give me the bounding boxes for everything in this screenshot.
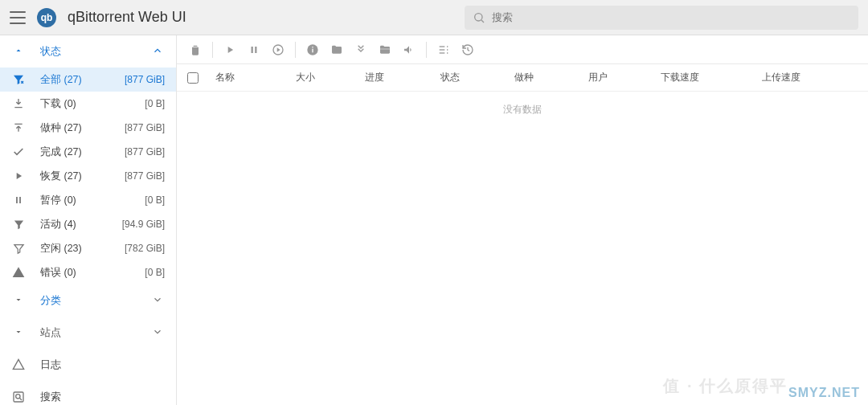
pause-icon xyxy=(11,193,26,207)
alert-icon xyxy=(11,265,26,280)
sidebar-filter-label: 活动 (4) xyxy=(40,218,108,231)
column-ulspeed[interactable]: 上传速度 xyxy=(755,71,852,84)
content: 名称 大小 进度 状态 做种 用户 下载速度 上传速度 没有数据 xyxy=(177,35,868,405)
sidebar-filter-size: [877 GiB] xyxy=(125,146,165,158)
check-icon xyxy=(11,145,26,159)
sidebar-nav-log[interactable]: 日志 xyxy=(0,349,176,381)
svg-rect-10 xyxy=(312,48,313,52)
sidebar-filter-label: 错误 (0) xyxy=(40,266,130,280)
sidebar-filter-size: [877 GiB] xyxy=(125,122,165,133)
delete-button[interactable] xyxy=(185,39,206,60)
sidebar-filter-size: [877 GiB] xyxy=(125,74,165,85)
recheck-button[interactable] xyxy=(350,39,371,60)
sidebar-filter-size: [94.9 GiB] xyxy=(122,219,165,230)
svg-rect-11 xyxy=(312,47,313,47)
search-icon xyxy=(473,11,485,24)
sidebar-filter-label: 下载 (0) xyxy=(40,97,130,111)
sidebar-section-label: 状态 xyxy=(40,44,137,59)
svg-rect-2 xyxy=(14,392,23,402)
column-status[interactable]: 状态 xyxy=(434,71,508,84)
filter-icon xyxy=(11,72,26,87)
caret-down-icon xyxy=(11,295,26,307)
column-seeds[interactable]: 做种 xyxy=(508,71,582,84)
select-all-checkbox[interactable] xyxy=(177,72,209,84)
svg-point-3 xyxy=(16,395,20,399)
column-name[interactable]: 名称 xyxy=(209,71,289,84)
chevron-down-icon xyxy=(152,294,165,308)
sidebar-filter-alert[interactable]: 错误 (0)[0 B] xyxy=(0,260,176,284)
log-icon xyxy=(11,358,26,372)
sidebar-filter-funnel[interactable]: 活动 (4)[94.9 GiB] xyxy=(0,212,176,236)
force-start-button[interactable] xyxy=(268,39,289,60)
column-size[interactable]: 大小 xyxy=(289,71,358,84)
play-icon xyxy=(11,169,26,183)
sidebar-filter-label: 做种 (27) xyxy=(40,121,110,135)
sidebar-section-site[interactable]: 站点 xyxy=(0,317,176,349)
search-box[interactable] xyxy=(465,6,858,30)
info-button[interactable] xyxy=(302,39,323,60)
folder-button[interactable] xyxy=(326,39,347,60)
sidebar-nav-label: 日志 xyxy=(40,358,61,372)
sidebar-filter-label: 空闲 (23) xyxy=(40,242,110,256)
sidebar: 状态 全部 (27)[877 GiB]下载 (0)[0 B]做种 (27)[87… xyxy=(0,35,177,405)
svg-line-1 xyxy=(481,20,484,22)
sidebar-filter-pause[interactable]: 暂停 (0)[0 B] xyxy=(0,188,176,212)
svg-line-4 xyxy=(19,398,22,400)
app-title: qBittorrent Web UI xyxy=(68,9,186,26)
funnel-o-icon xyxy=(11,241,26,256)
sidebar-filter-size: [877 GiB] xyxy=(125,170,165,182)
category-button[interactable] xyxy=(375,39,395,60)
search-icon xyxy=(11,390,26,404)
sidebar-filter-download[interactable]: 下载 (0)[0 B] xyxy=(0,92,176,116)
sidebar-filter-size: [0 B] xyxy=(145,267,165,278)
sidebar-filter-label: 暂停 (0) xyxy=(40,194,130,207)
sidebar-filter-check[interactable]: 完成 (27)[877 GiB] xyxy=(0,140,176,164)
start-button[interactable] xyxy=(219,39,240,60)
caret-up-icon xyxy=(11,46,26,58)
sidebar-filter-funnel-o[interactable]: 空闲 (23)[782 GiB] xyxy=(0,236,176,260)
sidebar-filter-filter[interactable]: 全部 (27)[877 GiB] xyxy=(0,68,176,92)
sidebar-nav-search[interactable]: 搜索 xyxy=(0,381,176,405)
topbar: qb qBittorrent Web UI xyxy=(0,0,868,35)
column-progress[interactable]: 进度 xyxy=(358,71,434,84)
sidebar-filter-size: [782 GiB] xyxy=(125,243,165,254)
chevron-up-icon xyxy=(152,45,165,59)
search-input[interactable] xyxy=(492,11,850,23)
sidebar-section-category[interactable]: 分类 xyxy=(0,284,176,317)
table-header: 名称 大小 进度 状态 做种 用户 下载速度 上传速度 xyxy=(177,64,868,92)
history-button[interactable] xyxy=(457,39,478,60)
upload-icon xyxy=(11,121,26,135)
column-dlspeed[interactable]: 下载速度 xyxy=(654,71,755,84)
sidebar-filter-label: 全部 (27) xyxy=(40,73,110,87)
svg-point-0 xyxy=(475,13,482,20)
sidebar-section-label: 分类 xyxy=(40,293,137,308)
sidebar-filter-play[interactable]: 恢复 (27)[877 GiB] xyxy=(0,164,176,188)
toolbar xyxy=(177,35,868,64)
funnel-icon xyxy=(11,217,26,231)
caret-down-icon xyxy=(11,327,26,339)
sidebar-filter-upload[interactable]: 做种 (27)[877 GiB] xyxy=(0,116,176,140)
sidebar-filter-size: [0 B] xyxy=(145,98,165,109)
watermark-brand: SMYZ.NET xyxy=(788,386,860,400)
sidebar-filter-label: 恢复 (27) xyxy=(40,170,110,183)
watermark-text: 值 · 什么原得平 xyxy=(663,375,788,397)
sidebar-filter-label: 完成 (27) xyxy=(40,145,110,159)
sidebar-nav-label: 搜索 xyxy=(40,390,61,404)
pause-button[interactable] xyxy=(244,39,264,60)
sidebar-section-label: 站点 xyxy=(40,325,137,340)
menu-icon[interactable] xyxy=(10,11,26,24)
download-icon xyxy=(11,96,26,111)
chevron-down-icon xyxy=(152,326,165,340)
sidebar-filter-size: [0 B] xyxy=(145,194,165,206)
app-logo: qb xyxy=(37,8,56,27)
column-peers[interactable]: 用户 xyxy=(582,71,654,84)
sidebar-section-status[interactable]: 状态 xyxy=(0,35,176,68)
columns-button[interactable] xyxy=(433,39,454,60)
empty-state: 没有数据 xyxy=(177,92,868,117)
announce-button[interactable] xyxy=(399,39,420,60)
